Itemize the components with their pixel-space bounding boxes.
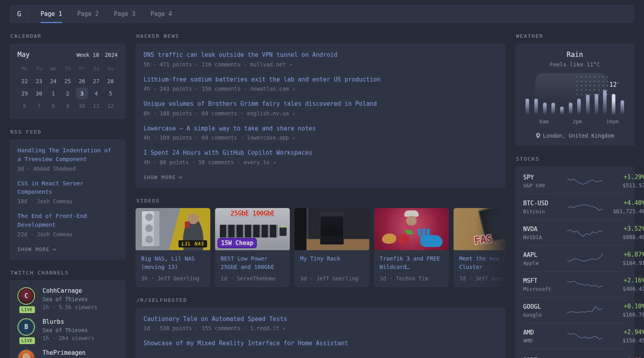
video-thumbnail[interactable]: LIL NAS: [136, 208, 210, 250]
stock-sparkline: [566, 174, 604, 188]
video-title[interactable]: BEST Low Power 25GbE and 100GbE Switch…: [221, 255, 284, 272]
avatar: C LIVE: [17, 287, 37, 310]
stock-name: NVIDIA: [523, 234, 566, 240]
thumbnail-caption: 15W Cheap: [218, 239, 256, 247]
tab-page-3[interactable]: Page 3: [109, 5, 140, 23]
tab-page-4[interactable]: Page 4: [146, 5, 177, 23]
hn-show-more-button[interactable]: SHOW MORE: [144, 174, 182, 180]
calendar-day: 10: [75, 99, 89, 112]
stock-row-aapl[interactable]: AAPLApple +6.87%$184.91: [523, 245, 627, 271]
left-column: CALENDAR May Week 18·2024 MoTuWeThFrSaSu…: [10, 23, 126, 358]
calendar-weekday-row: MoTuWeThFrSaSu: [17, 64, 118, 75]
weather-bar: [534, 99, 538, 115]
section-label-rss-feed: RSS FEED: [10, 129, 125, 134]
reddit-item-meta: 1d · 538 points · 155 comments · i.redd.…: [144, 325, 497, 331]
weather-bar: [543, 103, 547, 115]
reddit-item-title[interactable]: Showcase of my Mixed Reality Interface f…: [144, 339, 497, 348]
video-card[interactable]: LIL NAS Big NAS, Lil NAS (moving 13) 3h …: [136, 208, 210, 287]
list-item: Cautionary Tale on Automated Speed Tests…: [144, 315, 497, 332]
apple-graphic: [399, 234, 409, 245]
fan-graphic: [144, 214, 154, 243]
stock-name: Bitcoin: [523, 208, 566, 214]
stock-row-msft[interactable]: MSFTMicrosoft +2.16%$406.43: [523, 271, 627, 297]
leaf-graphic: [405, 230, 413, 234]
rss-show-more-button[interactable]: SHOW MORE: [17, 246, 56, 252]
tab-page-2[interactable]: Page 2: [72, 5, 103, 23]
stock-change: +2.94%: [604, 329, 644, 336]
weather-time-label: 10pm: [606, 119, 618, 125]
stock-name: AMD: [523, 338, 566, 344]
section-label-videos: VIDEOS: [136, 198, 504, 203]
video-title[interactable]: Traefik 3 and FREE Wildcard…: [380, 255, 443, 272]
video-title[interactable]: My Tiny Rack: [300, 255, 364, 272]
twitch-channel-name[interactable]: Blurbs: [43, 318, 94, 325]
video-card[interactable]: My Tiny Rack 3d · Jeff Geerling: [295, 208, 369, 287]
chicken-graphic: [382, 233, 396, 244]
twitch-channel-row[interactable]: ThePrimeagen: [17, 349, 118, 358]
weather-time-label: [582, 119, 590, 125]
twitch-channel-meta: 1h · 5.5k viewers: [43, 304, 97, 310]
video-thumbnail[interactable]: [295, 208, 369, 250]
cap-graphic: [404, 210, 419, 217]
weather-bar: [621, 100, 624, 115]
video-title[interactable]: Big NAS, Lil NAS (moving 13): [141, 255, 205, 272]
server-rack-graphic: [320, 213, 344, 245]
app-logo[interactable]: G: [10, 5, 29, 23]
twitch-channel-row[interactable]: C LIVE CohhCarnage Sea of Thieves 1h · 5…: [17, 287, 118, 310]
rss-item-title[interactable]: Handling The Indentation of a Treeview C…: [17, 146, 118, 164]
weather-widget: Rain Feels like 11°C 12° 6am2pm10pm Lond…: [515, 43, 634, 146]
calendar-month: May: [17, 51, 30, 58]
twitch-channel-name[interactable]: ThePrimeagen: [43, 349, 85, 356]
reddit-item-title[interactable]: Cautionary Tale on Automated Speed Tests: [144, 315, 497, 324]
stock-row-btc-usd[interactable]: BTC-USDBitcoin +4.40%$61,725.48: [523, 194, 627, 220]
video-thumbnail[interactable]: [374, 208, 449, 250]
stock-change: +3.52%: [604, 225, 644, 232]
stock-sparkline: [566, 226, 604, 239]
stock-price: $511.57: [604, 182, 644, 189]
stock-row-rddt[interactable]: RDDT -1.65%: [523, 349, 627, 358]
twitch-channel-row[interactable]: B LIVE Blurbs Sea of Thieves 1h · 264 vi…: [17, 318, 118, 341]
calendar-day: 8: [46, 99, 60, 112]
video-meta: 7d · Jeff Geerling: [459, 275, 505, 282]
hn-item-title[interactable]: Unique volumes of Brothers Grimm fairy t…: [144, 99, 497, 109]
weather-time-label: [564, 119, 572, 125]
rss-item-title[interactable]: CSS in React Server Components: [17, 179, 118, 197]
stock-price: $888.40: [604, 234, 644, 240]
weather-time-label: [523, 119, 531, 125]
thumbnail-caption: LIL NAS: [178, 240, 207, 247]
cup-graphic: [185, 222, 190, 228]
hn-item-title[interactable]: I Spent 24 Hours with GitHub Copilot Wor…: [144, 148, 497, 158]
stock-row-nvda[interactable]: NVDANVIDIA +3.52%$888.40: [523, 220, 627, 245]
section-label-hacker-news: HACKER NEWS: [136, 33, 504, 39]
weather-feels-like: Feels like 11°C: [523, 61, 627, 68]
stock-row-amd[interactable]: AMDAMD +2.94%$150.45: [523, 323, 627, 349]
hn-item-meta: 6h · 188 points · 60 comments · english.…: [144, 110, 497, 117]
stock-row-googl[interactable]: GOOGLGoogle +0.10%$166.78: [523, 297, 627, 323]
hacker-news-widget: DNS traffic can leak outside the VPN tun…: [136, 43, 505, 188]
rss-item-title[interactable]: The End of Front-End Development: [17, 212, 118, 230]
switch-ports-graphic: [279, 226, 287, 236]
twitch-channel-meta: 1h · 264 viewers: [43, 335, 94, 341]
video-card[interactable]: 25GbE 100GbE 15W Cheap BEST Low Power 25…: [215, 208, 290, 287]
dot-separator: ·: [100, 52, 103, 58]
video-thumbnail[interactable]: 25GbE 100GbE 15W Cheap: [215, 208, 290, 250]
weather-bars: 12°: [523, 76, 627, 115]
section-label-stocks: STOCKS: [516, 156, 634, 161]
list-item: Handling The Indentation of a Treeview C…: [17, 146, 118, 172]
calendar-day: 24: [46, 75, 60, 87]
video-card[interactable]: Traefik 3 and FREE Wildcard… 3d · Techno…: [374, 208, 449, 287]
video-thumbnail[interactable]: FAS: [454, 208, 505, 250]
hn-item-title[interactable]: Lithium-free sodium batteries exit the l…: [144, 75, 497, 84]
section-label-selfhosted: /R/SELFHOSTED: [136, 298, 504, 303]
twitch-channel-name[interactable]: CohhCarnage: [43, 287, 97, 294]
video-card[interactable]: FAS Meet the new Linux Cluster 7d · Jeff…: [454, 208, 505, 287]
video-title[interactable]: Meet the new Linux Cluster: [459, 255, 505, 272]
tab-page-1[interactable]: Page 1: [36, 5, 67, 23]
hn-item-title[interactable]: DNS traffic can leak outside the VPN tun…: [144, 51, 497, 60]
hn-item-title[interactable]: Lowercase – A simple way to take and sha…: [144, 124, 497, 133]
stock-row-spy[interactable]: SPYS&P 500 +1.29%$511.57: [523, 168, 627, 194]
person-graphic: [181, 213, 206, 250]
section-label-twitch-channels: TWITCH CHANNELS: [10, 270, 125, 275]
hn-item-meta: 4h · 109 points · 69 comments · lowercas…: [144, 134, 497, 141]
calendar-day: 22: [17, 75, 32, 87]
